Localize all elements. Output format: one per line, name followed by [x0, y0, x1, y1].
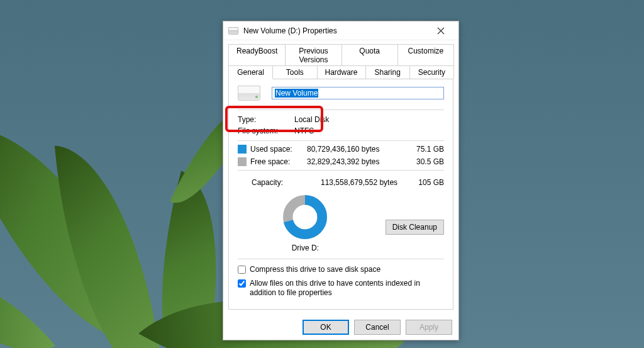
tab-tools[interactable]: Tools — [272, 65, 317, 79]
cancel-button[interactable]: Cancel — [354, 320, 401, 335]
tab-readyboost[interactable]: ReadyBoost — [228, 44, 286, 66]
titlebar[interactable]: New Volume (D:) Properties — [223, 21, 458, 40]
free-human: 30.5 GB — [406, 157, 444, 166]
capacity-label: Capacity: — [252, 178, 321, 187]
button-bar: OK Cancel Apply — [223, 315, 458, 340]
free-swatch-icon — [238, 157, 247, 166]
space-grid: Used space: 80,729,436,160 bytes 75.1 GB… — [238, 145, 444, 166]
close-button[interactable] — [428, 22, 453, 40]
separator — [238, 109, 444, 110]
tab-row-front: General Tools Hardware Sharing Security — [228, 65, 453, 79]
volume-name-selected-text: New Volume — [275, 89, 318, 98]
properties-dialog: New Volume (D:) Properties ReadyBoost Pr… — [223, 21, 459, 340]
donut-container: Drive D: — [238, 194, 373, 252]
tab-sharing[interactable]: Sharing — [365, 65, 410, 79]
capacity-row: Capacity: 113,558,679,552 bytes 105 GB — [238, 174, 444, 191]
used-bytes: 80,729,436,160 bytes — [307, 145, 406, 154]
window-title: New Volume (D:) Properties — [243, 26, 428, 35]
used-human: 75.1 GB — [406, 145, 444, 154]
separator — [238, 140, 444, 141]
tab-hardware[interactable]: Hardware — [317, 65, 366, 79]
used-swatch-icon — [238, 145, 247, 154]
tab-quota[interactable]: Quota — [341, 44, 398, 66]
drive-header: New Volume — [238, 86, 444, 106]
disk-drive-icon — [238, 86, 260, 101]
volume-name-input[interactable]: New Volume — [272, 87, 444, 99]
usage-donut-chart — [282, 194, 328, 240]
compress-label[interactable]: Compress this drive to save disk space — [250, 265, 380, 275]
tab-customize[interactable]: Customize — [397, 44, 454, 66]
index-option-row: Allow files on this drive to have conten… — [238, 277, 444, 300]
general-panel: New Volume Type: Local Disk File system:… — [228, 79, 453, 310]
type-row: Type: Local Disk — [238, 114, 444, 125]
type-label: Type: — [238, 115, 294, 124]
index-checkbox[interactable] — [238, 279, 246, 288]
index-label[interactable]: Allow files on this drive to have conten… — [250, 279, 444, 298]
used-label: Used space: — [250, 145, 307, 154]
filesystem-value: NTFS — [294, 126, 444, 135]
drive-label: Drive D: — [292, 244, 319, 252]
separator — [238, 170, 444, 171]
filesystem-label: File system: — [238, 126, 294, 135]
capacity-bytes: 113,558,679,552 bytes — [321, 178, 406, 187]
tab-row-back: ReadyBoost Previous Versions Quota Custo… — [228, 44, 453, 66]
drive-icon — [228, 27, 238, 35]
separator — [238, 259, 444, 259]
compress-checkbox[interactable] — [238, 266, 246, 274]
chart-row: Drive D: Disk Cleanup — [238, 191, 444, 255]
close-icon — [437, 27, 445, 35]
capacity-human: 105 GB — [406, 178, 444, 187]
disk-cleanup-button[interactable]: Disk Cleanup — [386, 220, 444, 235]
ok-button[interactable]: OK — [303, 320, 349, 335]
filesystem-row: File system: NTFS — [238, 125, 444, 137]
apply-button: Apply — [406, 320, 452, 335]
tab-security[interactable]: Security — [409, 65, 454, 79]
tab-general[interactable]: General — [228, 65, 273, 79]
compress-option-row: Compress this drive to save disk space — [238, 263, 444, 277]
type-value: Local Disk — [294, 115, 444, 124]
tab-previous-versions[interactable]: Previous Versions — [285, 44, 341, 66]
free-bytes: 32,829,243,392 bytes — [307, 157, 406, 166]
tabs-container: ReadyBoost Previous Versions Quota Custo… — [223, 40, 458, 79]
free-label: Free space: — [250, 157, 307, 166]
